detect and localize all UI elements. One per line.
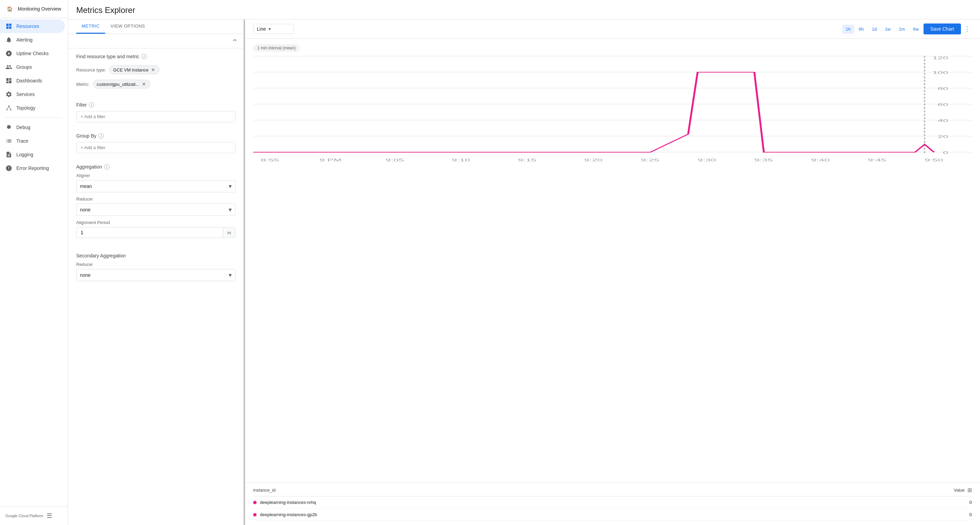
sidebar-header[interactable]: 🏠 Monitoring Overview <box>0 0 68 18</box>
secondary-aggregation-section: Secondary Aggregation Reducer none ▾ <box>68 247 243 287</box>
time-btn-6h[interactable]: 6h <box>856 24 867 34</box>
svg-text:9:45: 9:45 <box>868 158 886 162</box>
svg-text:20: 20 <box>938 135 948 139</box>
svg-text:9:30: 9:30 <box>698 158 716 162</box>
find-resource-label: Find resource type and metric i <box>76 54 235 59</box>
group-by-input[interactable] <box>76 142 235 153</box>
alerting-icon <box>5 37 12 43</box>
svg-text:80: 80 <box>938 87 948 91</box>
metric-chip[interactable]: custom/gpu_utilizati... ✕ <box>93 80 150 89</box>
aligner-chevron-icon: ▾ <box>229 182 232 190</box>
resource-type-close[interactable]: ✕ <box>150 67 156 72</box>
resource-type-label: Resource type: <box>76 67 106 72</box>
filter-help-icon[interactable]: i <box>89 102 94 108</box>
group-by-label: Group By i <box>76 133 235 139</box>
metric-close[interactable]: ✕ <box>141 81 147 87</box>
alignment-period-label: Alignment Period <box>76 220 235 225</box>
svg-text:9:05: 9:05 <box>385 158 404 162</box>
alignment-period-input[interactable] <box>76 227 223 238</box>
chart-type-select[interactable]: Line ▾ <box>253 24 294 34</box>
svg-rect-2 <box>6 27 9 29</box>
sidebar-item-error-reporting[interactable]: Error Reporting <box>0 161 65 175</box>
svg-text:9:50: 9:50 <box>924 158 943 162</box>
sidebar-item-topology[interactable]: Topology <box>0 101 65 115</box>
svg-text:100: 100 <box>932 71 948 75</box>
svg-text:9:20: 9:20 <box>584 158 603 162</box>
svg-text:9:15: 9:15 <box>518 158 536 162</box>
secondary-reducer-select[interactable]: none ▾ <box>76 269 235 281</box>
groups-icon <box>5 64 12 70</box>
collapse-button[interactable] <box>231 37 238 45</box>
legend-value-0: 0 <box>969 500 972 505</box>
time-btn-1d[interactable]: 1d <box>869 24 880 34</box>
svg-rect-0 <box>6 24 9 26</box>
sidebar-item-label: Debug <box>16 124 30 130</box>
svg-text:9:25: 9:25 <box>641 158 659 162</box>
svg-line-7 <box>7 107 9 109</box>
metric-row: Metric: custom/gpu_utilizati... ✕ <box>76 77 235 91</box>
trace-icon <box>5 137 12 144</box>
sidebar-nav: Resources Alerting Uptime Checks Groups <box>0 18 68 176</box>
sidebar-item-alerting[interactable]: Alerting <box>0 33 65 47</box>
aligner-select[interactable]: mean ▾ <box>76 180 235 192</box>
find-resource-help-icon[interactable]: i <box>141 54 147 59</box>
alignment-period-row: m <box>76 227 235 238</box>
sidebar-item-label: Uptime Checks <box>16 51 49 56</box>
chart-area: 1 min interval (mean) 0 20 <box>245 39 980 482</box>
sidebar-top-label: Monitoring Overview <box>18 6 61 11</box>
sidebar-item-logging[interactable]: Logging <box>0 148 65 161</box>
legend-columns-icon[interactable]: ⊞ <box>967 487 972 493</box>
svg-rect-3 <box>9 27 11 29</box>
reducer-chevron-icon: ▾ <box>229 206 232 214</box>
sidebar-item-uptime[interactable]: Uptime Checks <box>0 47 65 60</box>
sidebar-item-label: Groups <box>16 64 32 70</box>
topology-icon <box>5 105 12 111</box>
aligner-label: Aligner <box>76 173 235 178</box>
chart-svg: 0 20 40 60 80 100 120 8:55 9 PM 9:05 9:1… <box>253 56 972 172</box>
legend-dot-0 <box>253 501 256 504</box>
sidebar-footer: Google Cloud Platform ☰ <box>0 506 68 525</box>
alignment-period-unit: m <box>223 228 235 238</box>
time-btn-1w[interactable]: 1w <box>882 24 894 34</box>
legend-header: instance_id Value ⊞ <box>253 487 972 496</box>
sidebar-item-resources[interactable]: Resources <box>0 19 65 33</box>
aggregation-help-icon[interactable]: i <box>104 164 110 169</box>
dashboards-icon <box>5 77 12 84</box>
sidebar-item-label: Services <box>16 92 35 97</box>
more-options-icon[interactable]: ⋮ <box>962 24 972 34</box>
reducer-select[interactable]: none ▾ <box>76 204 235 216</box>
sidebar-item-groups[interactable]: Groups <box>0 60 65 74</box>
time-btn-6w[interactable]: 6w <box>910 24 922 34</box>
legend-row-1: deeplearning-instances-gp2b 0 <box>253 509 972 521</box>
tab-view-options[interactable]: VIEW OPTIONS <box>105 19 150 34</box>
legend-value-1: 0 <box>969 512 972 517</box>
page-header: Metrics Explorer <box>68 0 980 19</box>
sidebar-item-debug[interactable]: Debug <box>0 121 65 134</box>
time-btn-1h[interactable]: 1h <box>842 24 854 34</box>
right-panel: Line ▾ 1h 6h 1d 1w 1m 6w Save Chart ⋮ 1 … <box>245 19 980 525</box>
tab-metric[interactable]: METRIC <box>76 19 105 34</box>
sidebar-item-dashboards[interactable]: Dashboards <box>0 74 65 88</box>
sidebar-item-label: Dashboards <box>16 78 42 83</box>
sidebar-item-trace[interactable]: Trace <box>0 134 65 148</box>
svg-point-4 <box>8 105 9 107</box>
interval-badge: 1 min interval (mean) <box>253 44 300 52</box>
svg-rect-1 <box>9 24 11 26</box>
chart-svg-container: 0 20 40 60 80 100 120 8:55 9 PM 9:05 9:1… <box>253 56 972 172</box>
sidebar-item-label: Logging <box>16 152 33 157</box>
logging-icon <box>5 151 12 158</box>
time-btn-1m[interactable]: 1m <box>895 24 908 34</box>
chart-toolbar: Line ▾ 1h 6h 1d 1w 1m 6w Save Chart ⋮ <box>245 19 980 39</box>
legend-value-col: Value <box>954 488 965 493</box>
filter-input[interactable] <box>76 111 235 122</box>
sidebar-item-services[interactable]: Services <box>0 88 65 101</box>
main-content: Metrics Explorer METRIC VIEW OPTIONS Fin… <box>68 0 980 525</box>
svg-point-5 <box>6 109 8 110</box>
svg-text:9:10: 9:10 <box>452 158 470 162</box>
svg-text:60: 60 <box>938 103 948 107</box>
metric-tabs: METRIC VIEW OPTIONS <box>68 19 243 34</box>
group-by-help-icon[interactable]: i <box>98 133 104 139</box>
sidebar: 🏠 Monitoring Overview Resources Alerting… <box>0 0 68 525</box>
save-chart-button[interactable]: Save Chart <box>924 24 961 34</box>
resource-type-chip[interactable]: GCE VM Instance ✕ <box>109 65 159 74</box>
